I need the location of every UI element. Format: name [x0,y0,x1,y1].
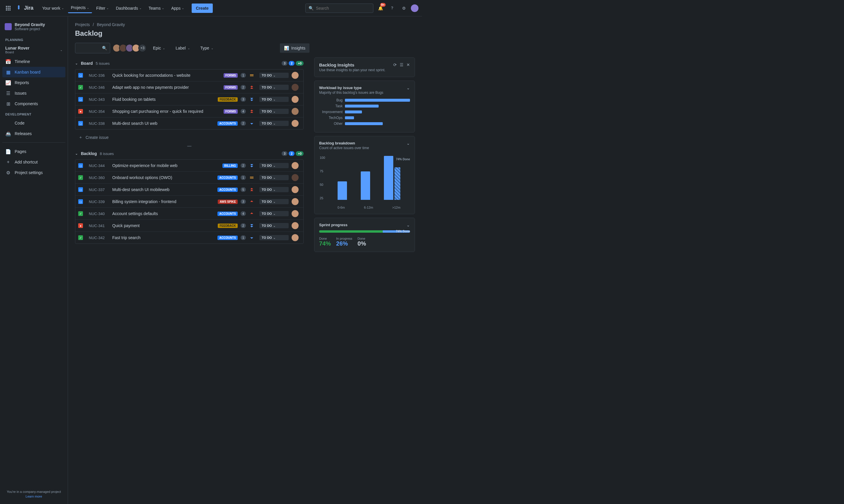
issue-key[interactable]: NUC-336 [89,73,109,78]
issue-row[interactable]: ◻ NUC-339 Billing system integration - f… [75,196,303,208]
sidebar-timeline[interactable]: 📅Timeline [2,56,65,67]
issue-key[interactable]: NUC-341 [89,223,109,228]
issue-key[interactable]: NUC-346 [89,85,109,90]
nav-item-teams[interactable]: Teams⌄ [146,3,167,13]
issue-key[interactable]: NUC-344 [89,163,109,168]
issue-row[interactable]: ✓ NUC-340 Account settings defaults ACCO… [75,208,303,220]
assignee-avatar[interactable] [292,186,299,193]
insights-header-card: Backlog Insights Use these insights to p… [314,57,415,77]
status-dropdown[interactable]: TO DO ⌄ [259,211,289,216]
sidebar-code[interactable]: Code [2,118,65,128]
sidebar-components[interactable]: ⊞Components [2,98,65,109]
assignee-avatar[interactable] [292,120,299,127]
nav-item-projects[interactable]: Projects⌄ [68,3,92,13]
issue-key[interactable]: NUC-354 [89,109,109,114]
refresh-icon[interactable]: ⟳ [393,62,397,67]
filter-epic[interactable]: Epic⌄ [151,44,167,52]
collapse-icon[interactable]: ⌄ [75,151,78,156]
story-icon: ◻ [78,97,83,102]
help-icon[interactable]: ？ [388,3,397,13]
issue-row[interactable]: ● NUC-354 Shopping cart purchasing error… [75,106,303,118]
nav-item-dashboards[interactable]: Dashboards⌄ [113,3,144,13]
issue-row[interactable]: ◻ NUC-344 Optimize experience for mobile… [75,160,303,172]
assignee-avatar[interactable] [292,162,299,169]
issue-summary: Onboard workout options (OWO) [112,175,172,180]
app-switcher-icon[interactable] [3,3,13,13]
assignee-avatar[interactable] [292,72,299,79]
sidebar-reports[interactable]: 📈Reports [2,77,65,88]
assignee-avatar[interactable] [292,108,299,115]
search-input[interactable] [316,6,370,11]
insights-button[interactable]: 📊 Insights [280,43,309,53]
issue-row[interactable]: ✓ NUC-360 Onboard workout options (OWO) … [75,172,303,184]
status-dropdown[interactable]: TO DO ⌄ [259,85,289,90]
issue-row[interactable]: ◻ NUC-337 Multi-dest search UI mobileweb… [75,184,303,196]
issue-key[interactable]: NUC-360 [89,176,109,180]
priority-high-icon [249,199,254,204]
notifications-icon[interactable]: 🔔9+ [376,3,385,13]
issue-key[interactable]: NUC-339 [89,200,109,204]
sidebar-pages[interactable]: 📄Pages [2,146,65,157]
issue-row[interactable]: ✓ NUC-342 Fast trip search ACCOUNTS 1 TO… [75,232,303,244]
chevron-down-icon[interactable]: ⌄ [407,141,410,146]
status-dropdown[interactable]: TO DO ⌄ [259,235,289,240]
issue-key[interactable]: NUC-342 [89,236,109,240]
sidebar-add-shortcut[interactable]: +Add shortcut [2,157,65,167]
breadcrumb-projects[interactable]: Projects [75,22,90,27]
resize-handle[interactable]: ━━ [75,144,304,148]
jira-logo[interactable]: Jira [15,5,33,12]
assignee-avatar[interactable] [292,174,299,181]
create-button[interactable]: Create [192,3,213,13]
nav-item-your-work[interactable]: Your work⌄ [39,3,67,13]
chevron-down-icon[interactable]: ⌄ [407,223,410,228]
sidebar-issues[interactable]: ☰Issues [2,88,65,98]
assignee-filter-avatars[interactable]: +3 [114,44,146,52]
assignee-avatar[interactable] [292,84,299,91]
close-icon[interactable]: ✕ [407,62,410,67]
settings-sliders-icon[interactable]: ☰ [400,62,403,67]
filter-type[interactable]: Type⌄ [198,44,216,52]
issue-row[interactable]: ✓ NUC-346 Adapt web app no new payments … [75,82,303,93]
project-header[interactable]: Beyond Gravity Software project [2,22,65,35]
status-dropdown[interactable]: TO DO ⌄ [259,73,289,78]
board-selector[interactable]: Lunar Rover Board ⌄ [2,43,65,56]
nav-item-filter[interactable]: Filter⌄ [93,3,112,13]
issue-row[interactable]: ◻ NUC-343 Fluid booking on tablets FEEDB… [75,93,303,106]
status-dropdown[interactable]: TO DO ⌄ [259,163,289,168]
assignee-avatar[interactable] [292,222,299,229]
create-issue-button[interactable]: ＋Create issue [75,132,304,143]
assignee-avatar[interactable] [292,234,299,241]
status-dropdown[interactable]: TO DO ⌄ [259,121,289,126]
issue-key[interactable]: NUC-343 [89,97,109,102]
sidebar-releases[interactable]: 🚢Releases [2,128,65,139]
assignee-avatar[interactable] [292,210,299,217]
status-dropdown[interactable]: TO DO ⌄ [259,109,289,114]
backlog-search[interactable]: 🔍 [75,43,110,53]
status-dropdown[interactable]: TO DO ⌄ [259,199,289,204]
global-search[interactable]: 🔍 [305,3,373,13]
issue-row[interactable]: ◻ NUC-336 Quick booking for accomodation… [75,69,303,82]
nav-item-apps[interactable]: Apps⌄ [168,3,187,13]
status-dropdown[interactable]: TO DO ⌄ [259,187,289,192]
sidebar-project-settings[interactable]: ⚙Project settings [2,167,65,178]
estimate-badge: 1 [240,175,246,180]
settings-icon[interactable]: ⚙ [399,3,409,13]
chevron-down-icon[interactable]: ⌄ [407,86,410,90]
issue-key[interactable]: NUC-338 [89,121,109,126]
status-dropdown[interactable]: TO DO ⌄ [259,97,289,102]
learn-more-link[interactable]: Learn more [5,494,63,498]
filter-label[interactable]: Label⌄ [173,44,192,52]
collapse-icon[interactable]: ⌄ [75,61,78,65]
issue-row[interactable]: ◻ NUC-338 Multi-dest search UI web ACCOU… [75,118,303,129]
avatar-overflow[interactable]: +3 [138,44,146,52]
status-dropdown[interactable]: TO DO ⌄ [259,223,289,228]
breadcrumb-project[interactable]: Beyond Gravity [97,22,125,27]
issue-key[interactable]: NUC-340 [89,212,109,216]
assignee-avatar[interactable] [292,198,299,205]
issue-row[interactable]: ● NUC-341 Quick payment FEEDBACK 2 TO DO… [75,220,303,232]
assignee-avatar[interactable] [292,96,299,103]
status-dropdown[interactable]: TO DO ⌄ [259,175,289,180]
profile-avatar[interactable] [411,4,418,12]
issue-key[interactable]: NUC-337 [89,187,109,192]
sidebar-kanban-board[interactable]: ▦Kanban board [2,67,65,77]
